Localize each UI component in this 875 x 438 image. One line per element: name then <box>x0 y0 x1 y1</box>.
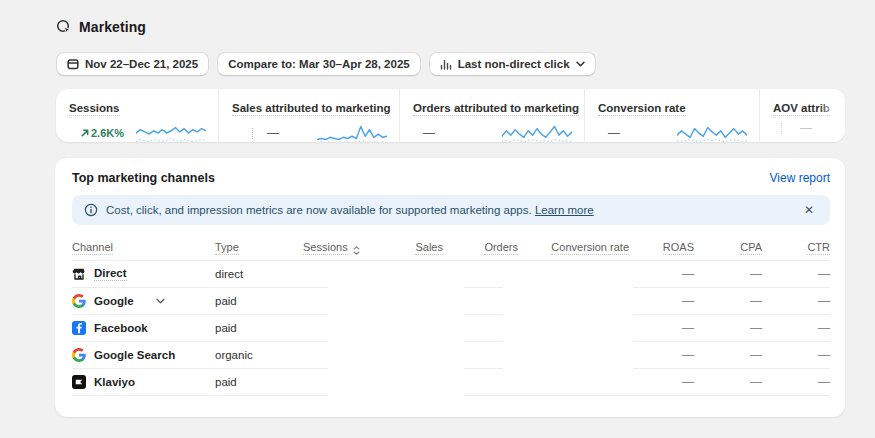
metric-sales-attributed[interactable]: Sales attributed to marketing — <box>218 89 399 142</box>
sort-icon[interactable] <box>353 246 360 255</box>
orders-sparkline <box>502 121 572 142</box>
card-title: Top marketing channels <box>72 171 215 185</box>
header-ctr: CTR <box>807 241 830 255</box>
info-icon <box>84 203 98 217</box>
channel-type: direct <box>215 268 303 280</box>
ctr-value: — <box>762 321 830 335</box>
metrics-overview-card: Sessions 2.6K% Sales attributed to m <box>56 89 845 142</box>
cpa-value: — <box>694 375 762 389</box>
google-icon <box>72 348 86 362</box>
metric-label: Conversion rate <box>598 102 686 116</box>
banner-text: Cost, click, and impression metrics are … <box>106 204 594 216</box>
channel-name: Google Search <box>94 349 175 361</box>
header-conversion-rate: Conversion rate <box>551 241 629 255</box>
conversion-sparkline <box>677 121 747 142</box>
compare-range-button[interactable]: Compare to: Mar 30–Apr 28, 2025 <box>217 52 421 76</box>
bar-chart-icon <box>440 59 452 70</box>
ctr-value: — <box>762 294 830 308</box>
marketing-page: Marketing Nov 22–Dec 21, 2025 Compare to… <box>0 0 875 438</box>
metric-label: Orders attributed to marketing <box>413 102 579 116</box>
metric-value: — <box>423 126 435 140</box>
roas-value: — <box>629 294 694 308</box>
metric-value: — <box>267 126 279 140</box>
header-type: Type <box>215 241 239 255</box>
top-marketing-channels-card: Top marketing channels View report Cost,… <box>55 158 845 417</box>
header-orders: Orders <box>484 241 518 255</box>
cpa-value: — <box>694 294 762 308</box>
header-channel: Channel <box>72 241 113 255</box>
attribution-model-dropdown[interactable]: Last non-direct click <box>429 52 596 76</box>
info-banner: Cost, click, and impression metrics are … <box>72 195 830 225</box>
view-report-link[interactable]: View report <box>770 171 830 185</box>
ctr-value: — <box>762 375 830 389</box>
date-range-button[interactable]: Nov 22–Dec 21, 2025 <box>56 52 209 76</box>
trend-badge: 2.6K% <box>81 127 124 139</box>
channel-name: Direct <box>94 267 127 281</box>
channel-type: paid <box>215 295 303 307</box>
header-sessions: Sessions <box>303 241 348 255</box>
chevron-down-icon[interactable] <box>156 298 165 304</box>
cpa-value: — <box>694 267 762 281</box>
roas-value: — <box>629 348 694 362</box>
table-header-row: Channel Type Sessions Sales Orders Conve… <box>72 235 830 261</box>
channel-type: paid <box>215 322 303 334</box>
calendar-icon <box>67 58 79 70</box>
roas-value: — <box>629 321 694 335</box>
channel-name: Facebook <box>94 322 148 334</box>
channel-type: paid <box>215 376 303 388</box>
metric-aov-attributed[interactable]: AOV attrib — <box>759 89 845 142</box>
redaction-edge-artifact <box>781 123 782 134</box>
close-icon[interactable]: ✕ <box>800 202 818 218</box>
facebook-icon <box>72 321 86 335</box>
google-icon <box>72 294 86 308</box>
channels-table: Channel Type Sessions Sales Orders Conve… <box>72 235 830 396</box>
table-row-klaviyo[interactable]: Klaviyo paid — — — <box>72 369 830 396</box>
roas-value: — <box>629 375 694 389</box>
metric-label: AOV attrib <box>773 102 830 116</box>
table-row-direct[interactable]: Direct direct — — — <box>72 261 830 288</box>
metric-value: — <box>608 126 620 140</box>
redaction-edge-artifact <box>252 128 253 139</box>
marketing-icon <box>56 19 72 35</box>
table-row-google[interactable]: Google paid — — — <box>72 288 830 315</box>
header-sales: Sales <box>415 241 443 255</box>
page-title: Marketing <box>79 19 146 35</box>
sales-sparkline <box>317 121 387 142</box>
arrow-up-right-icon <box>81 129 89 137</box>
table-row-google-search[interactable]: Google Search organic — — — <box>72 342 830 369</box>
controls-bar: Nov 22–Dec 21, 2025 Compare to: Mar 30–A… <box>56 52 845 76</box>
ctr-value: — <box>762 348 830 362</box>
metric-orders-attributed[interactable]: Orders attributed to marketing — <box>399 89 584 142</box>
learn-more-link[interactable]: Learn more <box>535 204 594 216</box>
ctr-value: — <box>762 267 830 281</box>
metric-sessions[interactable]: Sessions 2.6K% <box>56 89 218 142</box>
page-header: Marketing <box>56 19 845 35</box>
chevron-down-icon <box>576 61 585 67</box>
channel-name: Google <box>94 295 134 307</box>
metric-conversion-rate[interactable]: Conversion rate — <box>584 89 759 142</box>
metric-value: — <box>800 121 812 135</box>
cpa-value: — <box>694 321 762 335</box>
header-cpa: CPA <box>740 241 762 255</box>
channel-type: organic <box>215 349 303 361</box>
storefront-icon <box>72 267 86 281</box>
cpa-value: — <box>694 348 762 362</box>
metric-label: Sessions <box>69 102 120 116</box>
table-row-facebook[interactable]: Facebook paid — — — <box>72 315 830 342</box>
sessions-sparkline <box>136 121 206 142</box>
header-roas: ROAS <box>663 241 694 255</box>
roas-value: — <box>629 267 694 281</box>
metric-label: Sales attributed to marketing <box>232 102 390 116</box>
channel-name: Klaviyo <box>94 376 135 388</box>
klaviyo-icon <box>72 375 86 389</box>
